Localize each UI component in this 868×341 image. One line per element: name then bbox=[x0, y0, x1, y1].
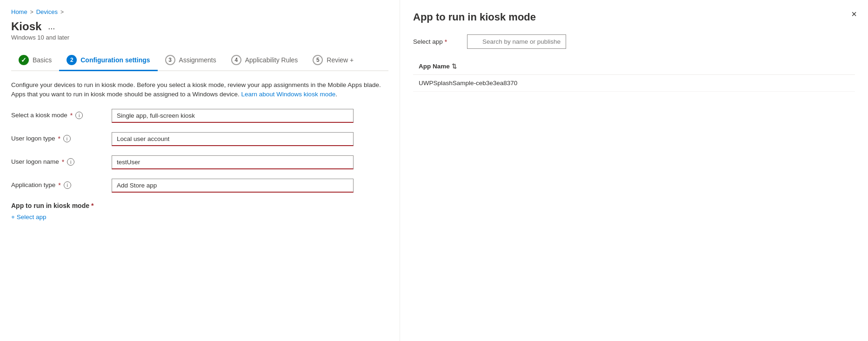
page-title-row: Kiosk ... bbox=[11, 20, 388, 33]
table-row[interactable]: UWPSplashSample-ceb3e3ea8370 bbox=[413, 75, 855, 92]
user-logon-type-required: * bbox=[58, 135, 60, 142]
application-type-label: Application type * i bbox=[11, 179, 104, 189]
step-circle-review: 5 bbox=[313, 55, 323, 65]
app-kiosk-section: App to run in kiosk mode * + Select app bbox=[11, 202, 388, 221]
user-logon-type-input[interactable] bbox=[112, 132, 354, 146]
app-name-cell: UWPSplashSample-ceb3e3ea8370 bbox=[413, 75, 855, 92]
step-circle-assignments: 3 bbox=[165, 55, 175, 65]
kiosk-mode-required: * bbox=[70, 112, 73, 119]
page-title: Kiosk bbox=[11, 20, 41, 33]
tab-review[interactable]: 5 Review + bbox=[305, 50, 361, 71]
app-table-header: App Name ⇅ bbox=[413, 58, 855, 75]
breadcrumb-home[interactable]: Home bbox=[11, 8, 27, 15]
tab-assignments[interactable]: 3 Assignments bbox=[158, 50, 224, 71]
wizard-tabs: ✓ Basics 2 Configuration settings 3 Assi… bbox=[11, 50, 388, 71]
select-app-link[interactable]: + Select app bbox=[11, 214, 46, 221]
user-logon-type-label: User logon type * i bbox=[11, 132, 104, 142]
right-panel: × App to run in kiosk mode Select app * … bbox=[400, 0, 868, 341]
learn-more-link[interactable]: Learn about Windows kiosk mode bbox=[241, 91, 336, 98]
application-type-input[interactable] bbox=[112, 179, 354, 193]
user-logon-name-input[interactable] bbox=[112, 155, 354, 169]
tab-basics-label: Basics bbox=[33, 56, 52, 64]
ellipsis-button[interactable]: ... bbox=[45, 21, 58, 33]
tab-applicability[interactable]: 4 Applicability Rules bbox=[224, 50, 306, 71]
user-logon-type-row: User logon type * i bbox=[11, 132, 388, 146]
flyout-close-button[interactable]: × bbox=[851, 9, 857, 19]
tab-config[interactable]: 2 Configuration settings bbox=[59, 50, 157, 71]
app-table: App Name ⇅ UWPSplashSample-ceb3e3ea8370 bbox=[413, 58, 855, 92]
search-wrapper: 🔍 bbox=[467, 34, 700, 49]
user-logon-name-label: User logon name * i bbox=[11, 155, 104, 166]
tab-config-label: Configuration settings bbox=[80, 56, 150, 64]
kiosk-mode-label: Select a kiosk mode * i bbox=[11, 109, 104, 119]
user-logon-name-required: * bbox=[62, 158, 64, 166]
application-type-info-icon[interactable]: i bbox=[64, 181, 71, 189]
search-input[interactable] bbox=[467, 34, 566, 49]
flyout-select-app-label: Select app * bbox=[413, 38, 460, 46]
tab-review-label: Review + bbox=[327, 56, 354, 64]
kiosk-mode-info-icon[interactable]: i bbox=[75, 112, 83, 119]
tab-applicability-label: Applicability Rules bbox=[245, 56, 298, 64]
app-kiosk-heading: App to run in kiosk mode * bbox=[11, 202, 388, 209]
application-type-row: Application type * i bbox=[11, 179, 388, 193]
flyout-title: App to run in kiosk mode bbox=[413, 11, 855, 23]
description-text: Configure your devices to run in kiosk m… bbox=[11, 80, 388, 100]
page-subtitle: Windows 10 and later bbox=[11, 34, 388, 41]
breadcrumb-sep2: > bbox=[60, 9, 64, 15]
tab-assignments-label: Assignments bbox=[179, 56, 216, 64]
app-table-header-row: App Name ⇅ bbox=[413, 58, 855, 75]
flyout-select-app-required: * bbox=[445, 38, 447, 46]
flyout-select-row: Select app * 🔍 bbox=[413, 34, 855, 49]
breadcrumb-devices[interactable]: Devices bbox=[36, 8, 58, 15]
app-name-column-header: App Name ⇅ bbox=[413, 58, 855, 75]
step-circle-basics: ✓ bbox=[19, 55, 29, 65]
breadcrumb: Home > Devices > bbox=[11, 8, 388, 15]
breadcrumb-sep1: > bbox=[30, 9, 33, 15]
sort-icon[interactable]: ⇅ bbox=[452, 63, 457, 70]
app-kiosk-required: * bbox=[91, 202, 93, 209]
user-logon-type-info-icon[interactable]: i bbox=[63, 135, 71, 142]
tab-basics[interactable]: ✓ Basics bbox=[11, 50, 59, 71]
kiosk-mode-row: Select a kiosk mode * i bbox=[11, 109, 388, 123]
application-type-required: * bbox=[58, 181, 60, 189]
left-panel: Home > Devices > Kiosk ... Windows 10 an… bbox=[0, 0, 400, 341]
kiosk-mode-input[interactable] bbox=[112, 109, 354, 123]
step-circle-config: 2 bbox=[67, 55, 77, 65]
user-logon-name-info-icon[interactable]: i bbox=[67, 158, 74, 166]
step-circle-applicability: 4 bbox=[231, 55, 241, 65]
user-logon-name-row: User logon name * i bbox=[11, 155, 388, 169]
app-table-body: UWPSplashSample-ceb3e3ea8370 bbox=[413, 75, 855, 92]
